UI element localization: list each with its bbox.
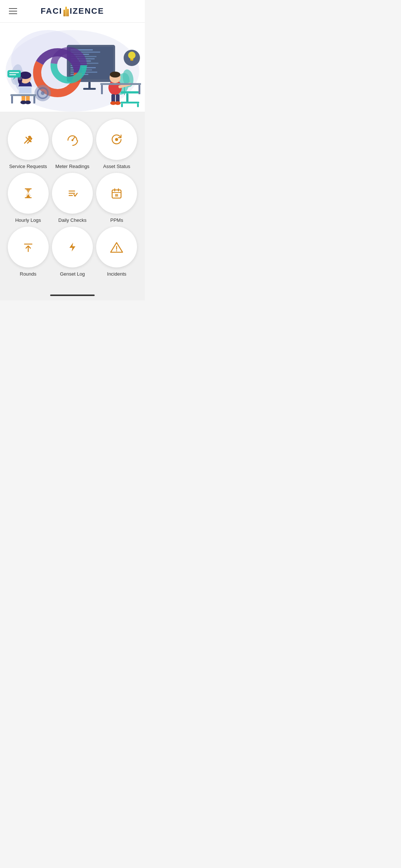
upload-icon (20, 239, 36, 255)
hourly-logs-label: Hourly Logs (15, 217, 41, 223)
grid-item-rounds[interactable]: Rounds (8, 227, 49, 277)
svg-marker-85 (69, 243, 75, 251)
logo-bar-3 (67, 9, 69, 16)
app-header: FACI IZENCE (0, 0, 145, 23)
svg-rect-46 (10, 94, 36, 96)
hamburger-line-2 (9, 11, 17, 11)
grid-item-incidents[interactable]: Incidents (96, 227, 137, 277)
svg-rect-40 (9, 72, 19, 73)
svg-rect-41 (9, 74, 16, 75)
service-requests-button[interactable] (8, 119, 49, 160)
grid-item-asset-status[interactable]: Asset Status (96, 119, 137, 169)
rounds-button[interactable] (8, 227, 49, 267)
grid-item-ppms[interactable]: PPMs (96, 173, 137, 223)
svg-point-66 (128, 52, 136, 59)
home-indicator (50, 295, 95, 296)
grid-item-genset-log[interactable]: Genset Log (52, 227, 93, 277)
ppms-label: PPMs (110, 217, 123, 223)
app-logo: FACI IZENCE (41, 6, 104, 16)
svg-rect-47 (11, 96, 13, 103)
grid-row-1: Service Requests Meter Readings (6, 119, 139, 169)
svg-rect-64 (138, 85, 140, 94)
incidents-label: Incidents (107, 271, 126, 277)
svg-point-45 (25, 101, 31, 104)
incidents-button[interactable] (96, 227, 137, 267)
asset-status-button[interactable] (96, 119, 137, 160)
meter-readings-button[interactable] (52, 119, 93, 160)
genset-log-label: Genset Log (60, 271, 85, 277)
hourly-logs-button[interactable] (8, 173, 49, 214)
hourglass-icon (20, 185, 36, 201)
svg-point-56 (110, 72, 120, 78)
svg-rect-50 (126, 93, 128, 103)
hamburger-line-3 (9, 13, 17, 14)
svg-point-61 (115, 101, 121, 105)
svg-rect-23 (83, 88, 96, 90)
calendar-icon (108, 185, 125, 201)
svg-rect-62 (100, 83, 141, 85)
logo-building-icon (63, 6, 69, 16)
genset-log-button[interactable] (52, 227, 93, 267)
svg-rect-51 (121, 102, 139, 103)
svg-rect-63 (101, 85, 103, 94)
gauge-icon (64, 131, 81, 148)
logo-bar-1 (63, 10, 65, 16)
ppms-button[interactable] (96, 173, 137, 214)
grid-item-service-requests[interactable]: Service Requests (8, 119, 49, 169)
bolt-icon (64, 239, 81, 255)
hero-section (0, 23, 145, 112)
grid-item-hourly-logs[interactable]: Hourly Logs (8, 173, 49, 223)
logo-text-right: IZENCE (70, 6, 104, 16)
warning-icon (108, 239, 125, 255)
checklist-icon (64, 185, 81, 201)
svg-point-30 (41, 91, 45, 95)
logo-bar-2 (65, 7, 67, 16)
daily-checks-label: Daily Checks (58, 217, 87, 223)
asset-status-label: Asset Status (103, 164, 130, 169)
svg-rect-37 (19, 87, 31, 93)
svg-rect-53 (137, 103, 139, 107)
svg-rect-38 (7, 70, 21, 78)
svg-rect-59 (116, 94, 120, 102)
grid-item-daily-checks[interactable]: Daily Checks (52, 173, 93, 223)
logo-text-left: FACI (41, 6, 62, 16)
svg-point-74 (115, 138, 118, 141)
grid-item-meter-readings[interactable]: Meter Readings (52, 119, 93, 169)
grid-row-3: Rounds Genset Log Incidents (6, 227, 139, 277)
svg-rect-49 (121, 91, 139, 93)
meter-readings-label: Meter Readings (55, 164, 89, 169)
grid-row-2: Hourly Logs Daily Checks (6, 173, 139, 223)
svg-point-87 (116, 250, 117, 251)
hero-illustration (0, 23, 145, 112)
tools-icon (20, 131, 36, 148)
rounds-label: Rounds (20, 271, 36, 277)
svg-rect-52 (121, 103, 123, 107)
svg-point-73 (71, 139, 73, 141)
svg-rect-58 (111, 94, 115, 102)
hamburger-line-1 (9, 8, 17, 9)
daily-checks-button[interactable] (52, 173, 93, 214)
menu-button[interactable] (7, 7, 19, 16)
feature-grid: Service Requests Meter Readings (0, 112, 145, 292)
refresh-icon (108, 131, 125, 148)
svg-rect-48 (33, 96, 35, 103)
bottom-indicator (0, 292, 145, 300)
svg-rect-68 (131, 60, 133, 61)
service-requests-label: Service Requests (9, 164, 47, 169)
svg-rect-82 (115, 194, 118, 197)
svg-rect-22 (88, 82, 91, 89)
